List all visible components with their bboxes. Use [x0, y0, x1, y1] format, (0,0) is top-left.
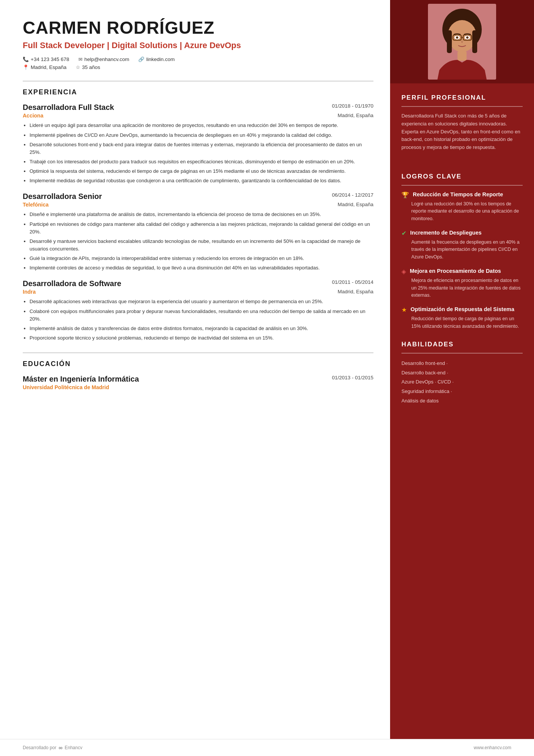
logros-title: LOGROS CLAVE: [401, 173, 523, 180]
logro-1: 🏆 Reducción de Tiempos de Reporte Logré …: [401, 191, 523, 222]
logro-3-header: ◈ Mejora en Procesamiento de Datos: [401, 268, 523, 275]
edu-1-degree: Máster en Ingeniería Informática: [23, 375, 139, 383]
list-item: Implementé pipelines de CI/CD en Azure D…: [30, 131, 373, 139]
list-item: Guié la integración de APIs, mejorando l…: [30, 255, 373, 262]
edu-1-dates: 01/2013 - 01/2015: [332, 375, 373, 380]
educacion-section: EDUCACIÓN Máster en Ingeniería Informáti…: [23, 360, 373, 390]
job-2-header: Desarrolladora Senior 06/2014 - 12/2017: [23, 192, 373, 201]
job-3-header: Desarrolladora de Software 01/2011 - 05/…: [23, 279, 373, 288]
list-item: Desarrollé y mantuve servicios backend e…: [30, 238, 373, 253]
habilidades-section: HABILIDADES Desarrollo front-end · Desar…: [390, 341, 534, 405]
logro-4: ★ Optimización de Respuesta del Sistema …: [401, 306, 523, 330]
footer-logo-icon: ∞: [59, 745, 62, 751]
contact-info-row2: 📍 Madrid, España ☆ 35 años: [23, 64, 373, 70]
linkedin-item: 🔗 linkedin.com: [138, 56, 175, 62]
habilidades-divider: [401, 353, 523, 354]
job-1-title: Desarrolladora Full Stack: [23, 103, 114, 112]
skill-4: Seguridad informática ·: [401, 387, 523, 396]
trophy-icon: 🏆: [401, 191, 409, 199]
job-1-location: Madrid, España: [337, 113, 373, 119]
star-icon: ★: [401, 306, 407, 313]
logro-2-title: Incremento de Despliegues: [410, 229, 482, 236]
job-3: Desarrolladora de Software 01/2011 - 05/…: [23, 279, 373, 342]
job-2-company-row: Telefónica Madrid, España: [23, 202, 373, 208]
logros-divider: [401, 185, 523, 186]
job-3-dates: 01/2011 - 05/2014: [332, 279, 373, 285]
list-item: Implementé análisis de datos y transfere…: [30, 325, 373, 332]
job-2-title: Desarrolladora Senior: [23, 192, 102, 201]
age-item: ☆ 35 años: [76, 64, 100, 70]
profile-photo: [428, 4, 496, 80]
footer-brand-name: Enhancv: [65, 745, 83, 750]
job-1-company: Acciona: [23, 113, 43, 119]
job-2-dates: 06/2014 - 12/2017: [332, 192, 373, 198]
logro-4-header: ★ Optimización de Respuesta del Sistema: [401, 306, 523, 313]
job-1-company-row: Acciona Madrid, España: [23, 113, 373, 119]
logro-1-title: Reducción de Tiempos de Reporte: [413, 191, 503, 198]
job-3-title: Desarrolladora de Software: [23, 279, 121, 288]
job-2: Desarrolladora Senior 06/2014 - 12/2017 …: [23, 192, 373, 272]
check-icon: ✔: [401, 230, 406, 237]
skill-5: Análisis de datos: [401, 396, 523, 406]
logro-2-desc: Aumenté la frecuencia de despliegues en …: [411, 239, 523, 261]
skill-3: Azure DevOps · CI/CD ·: [401, 377, 523, 387]
skill-1: Desarrollo front-end ·: [401, 359, 523, 368]
linkedin-icon: 🔗: [138, 56, 144, 62]
logro-1-desc: Logré una reducción del 30% en los tiemp…: [411, 200, 523, 222]
profile-photo-svg: [428, 4, 496, 80]
job-3-company-row: Indra Madrid, España: [23, 289, 373, 295]
svg-rect-4: [472, 30, 477, 53]
job-3-company: Indra: [23, 289, 36, 295]
experiencia-title: EXPERIENCIA: [23, 88, 373, 96]
email-address: help@enhancv.com: [84, 56, 130, 62]
svg-point-10: [456, 36, 458, 39]
list-item: Trabajé con los interesados del producto…: [30, 158, 373, 166]
location-icon: 📍: [23, 64, 29, 70]
logro-2: ✔ Incremento de Despliegues Aumenté la f…: [401, 229, 523, 261]
logro-4-title: Optimización de Respuesta del Sistema: [411, 306, 514, 313]
edu-1-header: Máster en Ingeniería Informática 01/2013…: [23, 375, 373, 383]
list-item: Lideré un equipo ágil para desarrollar u…: [30, 122, 373, 129]
logro-1-header: 🏆 Reducción de Tiempos de Reporte: [401, 191, 523, 199]
linkedin-url: linkedin.com: [146, 56, 175, 62]
diamond-icon: ◈: [401, 268, 406, 275]
job-2-bullets: Diseñé e implementé una plataforma de an…: [23, 211, 373, 272]
job-1-header: Desarrolladora Full Stack 01/2018 - 01/1…: [23, 103, 373, 112]
edu-1-school: Universidad Politécnica de Madrid: [23, 384, 373, 390]
logro-4-desc: Reducción del tiempo de carga de páginas…: [411, 315, 523, 330]
header-section: CARMEN RODRÍGUEZ Full Stack Developer | …: [23, 18, 373, 70]
svg-rect-12: [457, 51, 467, 61]
age-icon: ☆: [76, 64, 80, 70]
perfil-divider: [401, 106, 523, 107]
logro-2-header: ✔ Incremento de Despliegues: [401, 229, 523, 237]
perfil-section: PERFIL PROFESIONAL Desarrolladora Full S…: [390, 83, 534, 162]
logro-3-desc: Mejora de eficiencia en procesamiento de…: [411, 277, 523, 299]
skill-2: Desarrollo back-end ·: [401, 368, 523, 378]
footer-url: www.enhancv.com: [474, 745, 511, 750]
location-text: Madrid, España: [31, 64, 67, 70]
footer: Desarrollado por ∞ Enhancv www.enhancv.c…: [0, 739, 534, 756]
job-2-company: Telefónica: [23, 202, 48, 208]
experiencia-section: EXPERIENCIA Desarrolladora Full Stack 01…: [23, 88, 373, 342]
age-text: 35 años: [82, 64, 100, 70]
perfil-title: PERFIL PROFESIONAL: [401, 94, 523, 102]
contact-info: 📞 +34 123 345 678 ✉ help@enhancv.com 🔗 l…: [23, 56, 373, 62]
footer-brand: Desarrollado por ∞ Enhancv: [23, 745, 82, 751]
list-item: Desarrollé aplicaciones web interactivas…: [30, 298, 373, 305]
list-item: Optimicé la respuesta del sistema, reduc…: [30, 167, 373, 175]
header-divider: [23, 81, 373, 81]
job-1: Desarrolladora Full Stack 01/2018 - 01/1…: [23, 103, 373, 185]
email-icon: ✉: [78, 56, 83, 62]
edu-item-1: Máster en Ingeniería Informática 01/2013…: [23, 375, 373, 390]
svg-point-2: [448, 20, 476, 52]
svg-rect-3: [447, 30, 452, 53]
right-column: PERFIL PROFESIONAL Desarrolladora Full S…: [390, 0, 534, 756]
job-1-bullets: Lideré un equipo ágil para desarrollar u…: [23, 122, 373, 185]
educacion-title: EDUCACIÓN: [23, 360, 373, 368]
perfil-text: Desarrolladora Full Stack con más de 5 a…: [401, 112, 523, 152]
logro-3-title: Mejora en Procesamiento de Datos: [410, 268, 501, 275]
phone-icon: 📞: [23, 56, 29, 62]
list-item: Proporcioné soporte técnico y solucioné …: [30, 334, 373, 342]
resume-page: CARMEN RODRÍGUEZ Full Stack Developer | …: [0, 0, 534, 756]
job-1-dates: 01/2018 - 01/1970: [332, 103, 373, 109]
